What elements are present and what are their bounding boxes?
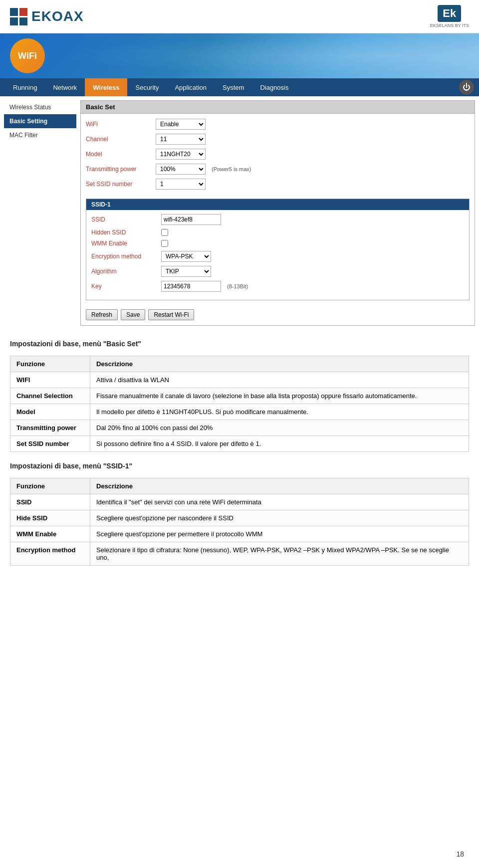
restart-wifi-button[interactable]: Restart Wi-Fi xyxy=(148,309,194,320)
nav-system[interactable]: System xyxy=(215,78,252,96)
refresh-button[interactable]: Refresh xyxy=(86,309,118,320)
desc1-func-ssid-number: Set SSID number xyxy=(10,436,90,452)
desc1-row-channel: Channel Selection Fissare manualmente il… xyxy=(10,388,469,404)
ssid-body: SSID Hidden SSID WMM Enabl xyxy=(86,210,469,300)
ssid-control xyxy=(161,214,221,225)
desc1-desc-ssid-number: Si possono definire fino a 4 SSID. Il va… xyxy=(90,436,469,452)
ssid-title: SSID-1 xyxy=(86,199,469,210)
logo-squares xyxy=(10,8,27,25)
desc1-title: Impostazioni di base, menù "Basic Set" xyxy=(10,340,469,348)
wifi-banner: WiFi xyxy=(0,33,479,78)
txpower-select[interactable]: 100% xyxy=(156,164,206,175)
hidden-ssid-control xyxy=(161,229,168,236)
logo-subtitle: EKSELANS BY ITS xyxy=(430,23,469,28)
wifi-control: Enable Disable xyxy=(156,119,206,130)
txpower-control: 100% (Power5 is max) xyxy=(156,164,251,175)
encryption-select[interactable]: WPA-PSK None WEP WPA2-PSK xyxy=(161,251,211,262)
desc2-desc-ssid: Identifica il "set" dei servizi con una … xyxy=(90,494,469,510)
wmm-checkbox[interactable] xyxy=(161,240,168,247)
desc1-desc-wifi: Attiva / disattiva la WLAN xyxy=(90,372,469,388)
desc1-row-ssid-number: Set SSID number Si possono definire fino… xyxy=(10,436,469,452)
power-button[interactable]: ⏻ xyxy=(459,80,474,95)
logo-sq-red xyxy=(19,8,27,16)
key-control: (8-13Bit) xyxy=(161,281,248,292)
ssid-number-label: Set SSID number xyxy=(86,181,156,188)
encryption-label: Encryption method xyxy=(91,253,161,260)
ssid-label: SSID xyxy=(91,216,161,223)
desc1-desc-txpower: Dal 20% fino al 100% con passi del 20% xyxy=(90,420,469,436)
desc2-title: Impostazioni di base, menù "SSID-1" xyxy=(10,462,469,470)
logo-sq-blue-3 xyxy=(19,17,27,25)
nav-diagnosis[interactable]: Diagnosis xyxy=(252,78,296,96)
desc2-func-hide-ssid: Hide SSID xyxy=(10,510,90,526)
nav-application[interactable]: Application xyxy=(167,78,215,96)
desc1-func-model: Model xyxy=(10,404,90,420)
form-row-encryption: Encryption method WPA-PSK None WEP WPA2-… xyxy=(91,251,464,262)
encryption-control: WPA-PSK None WEP WPA2-PSK xyxy=(161,251,211,262)
desc1-row-txpower: Transmitting power Dal 20% fino al 100% … xyxy=(10,420,469,436)
desc1-desc-channel: Fissare manualmente il canale di lavoro … xyxy=(90,388,469,404)
wmm-control xyxy=(161,240,168,247)
desc2-func-encryption: Encryption method xyxy=(10,542,90,566)
desc2-func-wmm: WMM Enable xyxy=(10,526,90,542)
sidebar-mac-filter[interactable]: MAC Filter xyxy=(4,128,76,142)
panel: Basic Set WiFi Enable Disable Channel xyxy=(80,100,475,326)
form-row-ssid: SSID xyxy=(91,214,464,225)
logo-sq-blue-1 xyxy=(10,8,18,16)
nav-network[interactable]: Network xyxy=(45,78,85,96)
desc1-col2: Descrizione xyxy=(90,356,469,372)
desc2-col1: Funzione xyxy=(10,478,90,494)
nav-running[interactable]: Running xyxy=(5,78,45,96)
sidebar-wireless-status[interactable]: Wireless Status xyxy=(4,100,76,114)
sidebar-basic-setting[interactable]: Basic Setting xyxy=(4,114,76,128)
algorithm-control: TKIP AES xyxy=(161,266,211,277)
ssid-number-control: 1 xyxy=(156,179,206,190)
desc-section-1: Impostazioni di base, menù "Basic Set" F… xyxy=(0,330,479,586)
wifi-banner-decoration xyxy=(0,33,479,78)
form-row-txpower: Transmitting power 100% (Power5 is max) xyxy=(86,164,470,175)
logo-text: EKOAX xyxy=(31,8,84,24)
algorithm-label: Algorithm xyxy=(91,268,161,275)
desc1-row-wifi: WIFI Attiva / disattiva la WLAN xyxy=(10,372,469,388)
nav-wireless[interactable]: Wireless xyxy=(85,78,127,96)
desc1-func-channel: Channel Selection xyxy=(10,388,90,404)
desc1-func-wifi: WIFI xyxy=(10,372,90,388)
form-row-key: Key (8-13Bit) xyxy=(91,281,464,292)
logo-ek-box: Ek xyxy=(438,5,461,22)
model-control: 11NGHT20 xyxy=(156,149,206,160)
desc2-table: Funzione Descrizione SSID Identifica il … xyxy=(10,478,469,566)
desc2-col2: Descrizione xyxy=(90,478,469,494)
desc1-table: Funzione Descrizione WIFI Attiva / disat… xyxy=(10,356,469,452)
nav-security[interactable]: Security xyxy=(127,78,167,96)
hidden-ssid-checkbox[interactable] xyxy=(161,229,168,236)
desc2-row-hide-ssid: Hide SSID Scegliere quest'opzione per na… xyxy=(10,510,469,526)
txpower-hint: (Power5 is max) xyxy=(212,166,251,172)
form-row-wifi: WiFi Enable Disable xyxy=(86,119,470,130)
form-row-algorithm: Algorithm TKIP AES xyxy=(91,266,464,277)
ssid-input[interactable] xyxy=(161,214,221,225)
logo-ekoax: EKOAX xyxy=(10,8,84,25)
ssid-number-select[interactable]: 1 xyxy=(156,179,206,190)
form-row-wmm: WMM Enable xyxy=(91,240,464,247)
main-content: Wireless Status Basic Setting MAC Filter… xyxy=(0,96,479,330)
desc2-desc-wmm: Scegliere quest'opzione per permettere i… xyxy=(90,526,469,542)
channel-label: Channel xyxy=(86,136,156,143)
desc1-desc-model: Il modello per difetto è 11NGHT40PLUS. S… xyxy=(90,404,469,420)
algorithm-select[interactable]: TKIP AES xyxy=(161,266,211,277)
save-button[interactable]: Save xyxy=(121,309,145,320)
desc2-row-encryption: Encryption method Selezionare il tipo di… xyxy=(10,542,469,566)
logo-sq-blue-2 xyxy=(10,17,18,25)
panel-title: Basic Set xyxy=(81,101,475,114)
form-row-model: Model 11NGHT20 xyxy=(86,149,470,160)
page-number: 18 xyxy=(456,850,464,858)
key-input[interactable] xyxy=(161,281,221,292)
wifi-label: WiFi xyxy=(86,121,156,128)
channel-select[interactable]: 11 Auto xyxy=(156,134,206,145)
wifi-select[interactable]: Enable Disable xyxy=(156,119,206,130)
form-row-ssid-number: Set SSID number 1 xyxy=(86,179,470,190)
desc2-row-wmm: WMM Enable Scegliere quest'opzione per p… xyxy=(10,526,469,542)
sidebar: Wireless Status Basic Setting MAC Filter xyxy=(4,100,76,326)
logo-right: Ek EKSELANS BY ITS xyxy=(430,5,469,28)
model-select[interactable]: 11NGHT20 xyxy=(156,149,206,160)
key-hint: (8-13Bit) xyxy=(227,283,248,289)
